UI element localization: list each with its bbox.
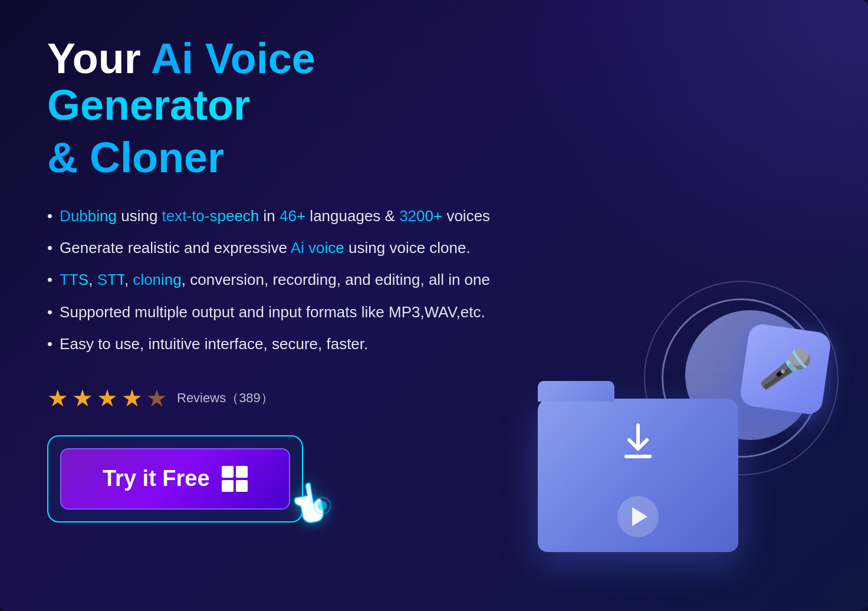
star-half: ★ [146, 385, 167, 412]
cta-container: Try it Free [47, 435, 303, 523]
title-line1: Your Ai Voice Generator [47, 35, 519, 129]
mic-card: 🎤 [739, 323, 832, 416]
star-2: ★ [72, 385, 93, 412]
main-container: Your Ai Voice Generator & Cloner Dubbing… [0, 0, 868, 611]
stars-container: ★ ★ ★ ★ ★ [47, 385, 167, 412]
title-line2: & Cloner [47, 134, 519, 181]
keyword-tts: text-to-speech [162, 207, 259, 225]
title-section: Your Ai Voice Generator & Cloner [47, 35, 519, 182]
keyword-tts2: TTS [60, 271, 88, 288]
windows-icon [222, 466, 248, 492]
feature-item-4: Supported multiple output and input form… [47, 301, 519, 323]
feature-item-2: Generate realistic and expressive Ai voi… [47, 237, 519, 258]
feature-item-5: Easy to use, intuitive interface, secure… [47, 333, 519, 354]
title-prefix: Your [47, 35, 151, 82]
feature-text-1: Dubbing using text-to-speech in 46+ lang… [60, 205, 490, 226]
star-4: ★ [121, 385, 143, 412]
feature-text-5: Easy to use, intuitive interface, secure… [60, 333, 368, 354]
feature-text-4: Supported multiple output and input form… [60, 301, 485, 323]
star-1: ★ [47, 385, 68, 412]
keyword-stt: STT [97, 271, 124, 288]
try-it-free-button[interactable]: Try it Free [60, 448, 290, 510]
feature-text-3: TTS, STT, cloning, conversion, recording… [60, 269, 490, 290]
feature-item-1: Dubbing using text-to-speech in 46+ lang… [47, 205, 519, 226]
cta-button-label: Try it Free [103, 466, 210, 491]
content-area: Your Ai Voice Generator & Cloner Dubbing… [47, 35, 519, 523]
keyword-cloning: cloning [133, 271, 181, 288]
reviews-text: Reviews（389） [177, 389, 274, 407]
folder-illustration [538, 399, 738, 552]
star-3: ★ [97, 385, 118, 412]
keyword-aivoice: Ai voice [291, 239, 344, 257]
keyword-dubbing: Dubbing [60, 207, 117, 225]
features-list: Dubbing using text-to-speech in 46+ lang… [47, 205, 519, 355]
feature-item-3: TTS, STT, cloning, conversion, recording… [47, 269, 519, 290]
illustration-container: 🎤 [508, 310, 833, 576]
keyword-46: 46+ [280, 207, 305, 225]
microphone-icon: 🎤 [757, 341, 814, 396]
keyword-3200: 3200+ [399, 207, 442, 225]
cursor-pointer-icon [285, 472, 342, 542]
reviews-section: ★ ★ ★ ★ ★ Reviews（389） [47, 385, 519, 412]
feature-text-2: Generate realistic and expressive Ai voi… [60, 237, 471, 258]
